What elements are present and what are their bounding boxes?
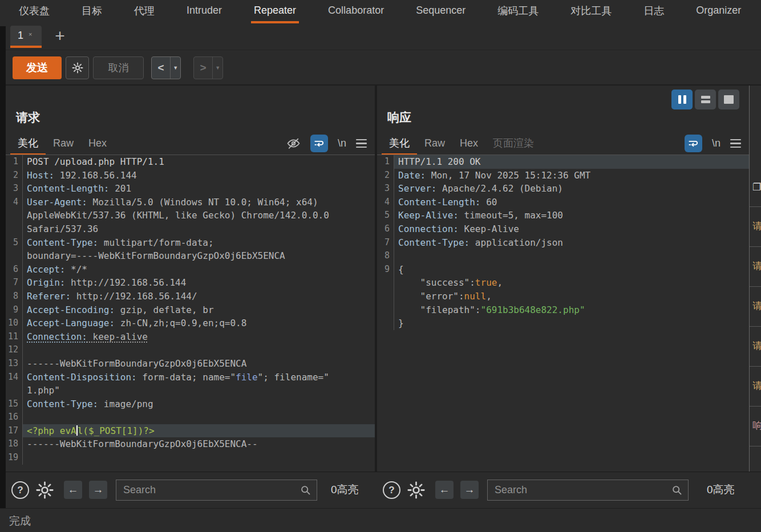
next-match-button[interactable]: → xyxy=(89,481,107,499)
response-icon-row: \n xyxy=(685,135,741,152)
menubar: 仪表盘目标代理IntruderRepeaterCollaboratorSeque… xyxy=(0,0,761,23)
back-chevron[interactable]: < xyxy=(152,57,170,79)
search-settings-gear-icon[interactable] xyxy=(406,480,426,502)
response-editor[interactable]: 1HTTP/1.1 200 OK2Date: Mon, 17 Nov 2025 … xyxy=(377,155,749,472)
request-title: 请求 xyxy=(16,109,40,125)
view-tab[interactable]: Hex xyxy=(81,133,114,155)
menu-item[interactable]: 目标 xyxy=(79,0,105,23)
forward-chevron: > xyxy=(194,57,212,79)
add-tab-button[interactable]: + xyxy=(51,28,68,45)
menu-item[interactable]: Organizer xyxy=(693,0,744,23)
repeater-tab-row: 1 × + xyxy=(0,23,761,50)
code-line: "error":null, xyxy=(377,290,749,303)
code-line: 19 xyxy=(6,451,375,465)
highlight-count: 0高亮 xyxy=(707,482,735,497)
code-line: 1POST /upload.php HTTP/1.1 xyxy=(6,155,375,169)
search-icon xyxy=(299,484,311,498)
burp-repeater-window: 仪表盘目标代理IntruderRepeaterCollaboratorSeque… xyxy=(0,0,761,532)
menu-item[interactable]: 对比工具 xyxy=(568,0,614,23)
inspector-item: 请 xyxy=(752,379,761,392)
menu-item[interactable]: Repeater xyxy=(251,0,299,23)
editor-menu-icon[interactable] xyxy=(730,139,741,148)
request-panel: 请求 美化RawHex \n xyxy=(6,86,375,472)
code-line: 13------WebKitFormBoundaryGzpOx0j6EbX5EN… xyxy=(6,357,375,371)
request-view-tabs: 美化RawHex xyxy=(10,133,114,155)
show-newlines-icon[interactable]: \n xyxy=(712,137,720,149)
send-button[interactable]: 发送 xyxy=(13,56,62,79)
request-editor[interactable]: 1POST /upload.php HTTP/1.12Host: 192.168… xyxy=(6,155,375,472)
menu-item[interactable]: 仪表盘 xyxy=(16,0,52,23)
back-history-button[interactable]: < ▼ xyxy=(151,56,181,79)
search-icon xyxy=(671,484,683,498)
layout-single-button[interactable] xyxy=(718,90,739,109)
search-input[interactable] xyxy=(487,480,689,501)
code-line: 4User-Agent: Mozilla/5.0 (Windows NT 10.… xyxy=(6,196,375,209)
code-line: "success":true, xyxy=(377,276,749,290)
code-line: 9Accept-Encoding: gzip, deflate, br xyxy=(6,303,375,317)
word-wrap-icon[interactable] xyxy=(685,135,702,152)
close-icon[interactable]: × xyxy=(29,31,32,38)
layout-columns-button[interactable] xyxy=(671,90,693,109)
status-bar: 完成 xyxy=(0,508,761,532)
prev-match-button[interactable]: ← xyxy=(64,481,82,499)
view-tab[interactable]: Raw xyxy=(417,133,452,155)
inspector-item: 请 xyxy=(752,299,761,312)
code-line: 2Host: 192.168.56.144 xyxy=(6,169,375,182)
prev-match-button[interactable]: ← xyxy=(435,481,454,499)
editor-menu-icon[interactable] xyxy=(356,139,367,148)
search-settings-gear-icon[interactable] xyxy=(35,480,55,502)
menu-item[interactable]: Sequencer xyxy=(413,0,468,23)
forward-history-button[interactable]: > ▼ xyxy=(193,56,223,79)
request-icon-row: \n xyxy=(286,135,367,152)
cancel-button[interactable]: 取消 xyxy=(93,56,144,79)
word-wrap-icon[interactable] xyxy=(310,135,328,152)
search-input[interactable] xyxy=(116,480,317,501)
code-line: 5Keep-Alive: timeout=5, max=100 xyxy=(377,209,749,222)
repeater-tab-1[interactable]: 1 × xyxy=(10,26,42,48)
menu-item[interactable]: 编码工具 xyxy=(495,0,541,23)
next-match-button[interactable]: → xyxy=(460,481,479,499)
response-title: 响应 xyxy=(387,109,411,125)
code-line: 7Origin: http://192.168.56.144 xyxy=(6,276,375,290)
menu-item[interactable]: Collaborator xyxy=(325,0,387,23)
code-line: 18------WebKitFormBoundaryGzpOx0j6EbX5EN… xyxy=(6,437,375,451)
request-search-bar: ? ← → 0高亮 xyxy=(6,472,375,509)
tab-label: 1 xyxy=(18,30,23,42)
view-tab[interactable]: Raw xyxy=(46,133,81,155)
inspector-item: 请 xyxy=(752,259,761,273)
code-line: 6Connection: Keep-Alive xyxy=(377,222,749,236)
code-line: 11Connection: keep-alive xyxy=(6,330,375,344)
code-line: 8Referer: http://192.168.56.144/ xyxy=(6,290,375,303)
send-settings-button[interactable] xyxy=(66,56,89,79)
code-line: 14Content-Disposition: form-data; name="… xyxy=(6,371,375,384)
code-line: AppleWebKit/537.36 (KHTML, like Gecko) C… xyxy=(6,209,375,222)
code-line: 5Content-Type: multipart/form-data; xyxy=(6,236,375,250)
code-line: 1HTTP/1.1 200 OK xyxy=(377,155,749,169)
menu-item[interactable]: 代理 xyxy=(131,0,157,23)
back-dropdown-icon[interactable]: ▼ xyxy=(170,57,180,79)
gear-icon xyxy=(71,62,84,74)
response-search-bar: ? ← → 0高亮 xyxy=(377,472,749,509)
code-line: 10Accept-Language: zh-CN,zh;q=0.9,en;q=0… xyxy=(6,316,375,330)
hide-nonprintable-icon[interactable] xyxy=(286,136,301,151)
code-line: 9{ xyxy=(377,263,749,277)
view-tab[interactable]: Hex xyxy=(452,133,485,155)
layout-rows-button[interactable] xyxy=(695,90,716,109)
view-tab[interactable]: 美化 xyxy=(382,133,417,155)
inspector-item: 响 xyxy=(752,419,761,432)
code-line: 3Server: Apache/2.4.62 (Debian) xyxy=(377,182,749,196)
menu-item[interactable]: 日志 xyxy=(641,0,667,23)
code-line: 7Content-Type: application/json xyxy=(377,236,749,250)
code-line: 8 xyxy=(377,249,749,263)
view-tab[interactable]: 页面渲染 xyxy=(485,133,541,155)
help-icon[interactable]: ? xyxy=(11,481,29,499)
view-tab[interactable]: 美化 xyxy=(10,133,46,155)
help-icon[interactable]: ? xyxy=(383,481,400,499)
inspector-icon: ❐ xyxy=(752,181,761,193)
code-line: boundary=----WebKitFormBoundaryGzpOx0j6E… xyxy=(6,249,375,263)
code-line: Safari/537.36 xyxy=(6,222,375,236)
show-newlines-icon[interactable]: \n xyxy=(338,137,346,149)
inspector-strip-collapsed[interactable]: ❐ 请 请 请 请 请 响 xyxy=(750,86,761,472)
menu-item[interactable]: Intruder xyxy=(184,0,225,23)
toolbar: 发送 取消 < ▼ > ▼ xyxy=(0,50,761,86)
